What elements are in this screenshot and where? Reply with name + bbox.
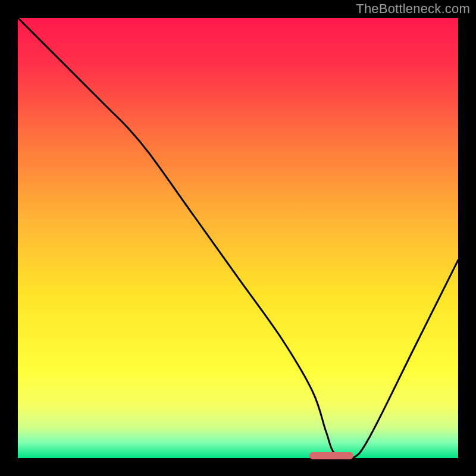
bottleneck-curve xyxy=(18,18,458,458)
watermark-text: TheBottleneck.com xyxy=(356,1,470,17)
plot-area xyxy=(18,18,458,458)
curve-path xyxy=(18,18,458,458)
optimal-range-marker xyxy=(309,452,353,459)
